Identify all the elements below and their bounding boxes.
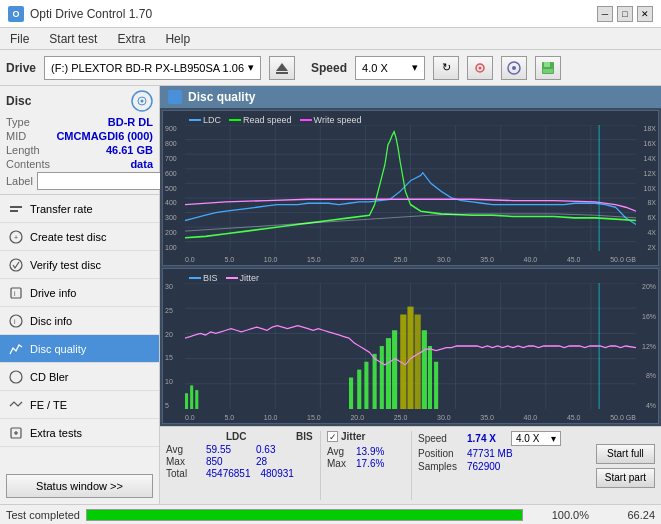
refresh-button[interactable]: ↻: [433, 56, 459, 80]
y-label-600: 600: [165, 170, 177, 177]
disc-mid-row: MID CMCMAGDI6 (000): [6, 130, 153, 142]
x-label-25: 25.0: [394, 256, 408, 263]
titlebar: O Opti Drive Control 1.70 ─ □ ✕: [0, 0, 661, 28]
close-button[interactable]: ✕: [637, 6, 653, 22]
sidebar-item-disc-info[interactable]: i Disc info: [0, 307, 159, 335]
disc-type-row: Type BD-R DL: [6, 116, 153, 128]
jitter-legend-line: [226, 277, 238, 279]
sidebar-item-transfer-rate[interactable]: Transfer rate: [0, 195, 159, 223]
ldc-chart: LDC Read speed Write speed 900 800 700 6…: [162, 110, 659, 266]
menu-start-test[interactable]: Start test: [45, 30, 101, 48]
eject-icon: [275, 61, 289, 75]
y-label-400: 400: [165, 199, 177, 206]
avg-bis-value: 0.63: [256, 444, 275, 455]
minimize-button[interactable]: ─: [597, 6, 613, 22]
avg-label: Avg: [166, 444, 196, 455]
y-label-12x: 12X: [644, 170, 656, 177]
read-speed-legend-line: [229, 119, 241, 121]
menu-extra[interactable]: Extra: [113, 30, 149, 48]
bis-legend-item: BIS: [189, 273, 218, 283]
sidebar-item-extra-tests[interactable]: Extra tests: [0, 419, 159, 447]
sidebar-item-verify-test-disc-label: Verify test disc: [30, 259, 101, 271]
disc-mid-label: MID: [6, 130, 26, 142]
sidebar-item-drive-info[interactable]: i Drive info: [0, 279, 159, 307]
bx-label-50: 50.0 GB: [610, 414, 636, 421]
sidebar-item-create-test-disc[interactable]: + Create test disc: [0, 223, 159, 251]
start-full-button[interactable]: Start full: [596, 444, 655, 464]
svg-rect-13: [10, 210, 18, 212]
svg-rect-72: [428, 346, 432, 409]
speed-select[interactable]: 4.0 X ▾: [355, 56, 425, 80]
stats-avg-row: Avg 59.55 0.63: [166, 444, 314, 455]
y-label-5: 5: [165, 402, 173, 409]
menu-file[interactable]: File: [6, 30, 33, 48]
settings-button[interactable]: [467, 56, 493, 80]
disc-contents-label: Contents: [6, 158, 50, 170]
settings-icon: [473, 61, 487, 75]
top-y-axis-left: 900 800 700 600 500 400 300 200 100: [165, 125, 177, 251]
jitter-checkbox[interactable]: ✓: [327, 431, 338, 442]
fe-te-icon: [8, 397, 24, 413]
ldc-legend-line: [189, 119, 201, 121]
status-window-button[interactable]: Status window >>: [6, 474, 153, 498]
bis-legend-label: BIS: [203, 273, 218, 283]
speed-value: 1.74 X: [467, 433, 507, 444]
position-value: 47731 MB: [467, 448, 513, 459]
total-ldc-value: 45476851: [206, 468, 251, 479]
svg-marker-0: [276, 63, 288, 71]
disc-label-input[interactable]: [37, 172, 166, 190]
sidebar-item-disc-info-label: Disc info: [30, 315, 72, 327]
sidebar-item-fe-te[interactable]: FE / TE: [0, 391, 159, 419]
titlebar-controls[interactable]: ─ □ ✕: [597, 6, 653, 22]
bx-label-15: 15.0: [307, 414, 321, 421]
disc-icon: [507, 61, 521, 75]
y-label-300: 300: [165, 214, 177, 221]
drive-select[interactable]: (F:) PLEXTOR BD-R PX-LB950SA 1.06 ▾: [44, 56, 261, 80]
read-speed-legend-label: Read speed: [243, 115, 292, 125]
progress-bar-fill: [87, 510, 522, 520]
y-label-30: 30: [165, 283, 173, 290]
speed-select-dropdown[interactable]: 4.0 X ▾: [511, 431, 561, 446]
disc-label-row: Label ✎: [6, 172, 153, 190]
sidebar-item-verify-test-disc[interactable]: Verify test disc: [0, 251, 159, 279]
write-speed-legend-line: [300, 119, 312, 121]
info-button[interactable]: [501, 56, 527, 80]
top-y-axis-right: 18X 16X 14X 12X 10X 8X 6X 4X 2X: [644, 125, 656, 251]
sidebar-item-disc-quality[interactable]: Disc quality: [0, 335, 159, 363]
bx-label-5: 5.0: [224, 414, 234, 421]
save-button[interactable]: [535, 56, 561, 80]
bis-legend-line: [189, 277, 201, 279]
x-label-5: 5.0: [224, 256, 234, 263]
write-speed-legend-item: Write speed: [300, 115, 362, 125]
jitter-avg-value: 13.9%: [356, 446, 384, 457]
chart-header-icon: [168, 90, 182, 104]
sidebar-item-disc-quality-label: Disc quality: [30, 343, 86, 355]
maximize-button[interactable]: □: [617, 6, 633, 22]
disc-title: Disc: [6, 94, 31, 108]
ldc-bis-stats: LDC BIS Avg 59.55 0.63 Max 850 28 Total …: [160, 427, 320, 504]
progress-percent: 100.0%: [529, 509, 589, 521]
disc-contents-row: Contents data: [6, 158, 153, 170]
top-x-axis: 0.0 5.0 10.0 15.0 20.0 25.0 30.0 35.0 40…: [185, 256, 636, 263]
speed-select-value: 4.0 X: [516, 433, 539, 444]
y-label-4x: 4X: [644, 229, 656, 236]
y-label-100: 100: [165, 244, 177, 251]
svg-rect-73: [434, 362, 438, 409]
position-row: Position 47731 MB: [418, 448, 584, 459]
start-buttons: Start full Start part: [590, 427, 661, 504]
start-part-button[interactable]: Start part: [596, 468, 655, 488]
bx-label-45: 45.0: [567, 414, 581, 421]
eject-button[interactable]: [269, 56, 295, 80]
bottom-chart-svg: [185, 283, 636, 409]
y-label-2x: 2X: [644, 244, 656, 251]
x-label-10: 10.0: [264, 256, 278, 263]
samples-row: Samples 762900: [418, 461, 584, 472]
svg-rect-66: [386, 338, 391, 409]
menu-help[interactable]: Help: [161, 30, 194, 48]
svg-rect-67: [392, 330, 397, 409]
drive-select-value: (F:) PLEXTOR BD-R PX-LB950SA 1.06: [51, 62, 244, 74]
bis-chart: BIS Jitter 30 25 20 15 10 5 20% 16% 12: [162, 268, 659, 424]
sidebar-item-cd-bler[interactable]: CD Bler: [0, 363, 159, 391]
speed-value: 4.0 X: [362, 62, 388, 74]
disc-icon: [131, 90, 153, 112]
